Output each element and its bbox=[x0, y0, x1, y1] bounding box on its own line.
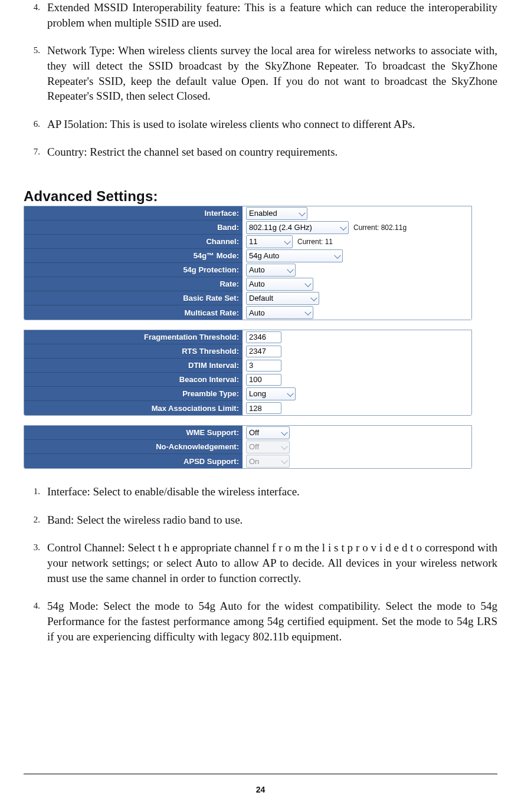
settings-value-cell bbox=[243, 330, 471, 345]
settings-value-cell: 11Current: 11 bbox=[243, 235, 471, 249]
list-item-text: Extended MSSID Interoperability feature:… bbox=[47, 1, 497, 29]
document-page: 4. Extended MSSID Interoperability featu… bbox=[0, 0, 521, 812]
settings-row: RTS Threshold: bbox=[24, 344, 471, 359]
settings-row: 54g Protection:Auto bbox=[24, 263, 471, 277]
text-input[interactable] bbox=[246, 374, 281, 386]
settings-row: Channel:11Current: 11 bbox=[24, 235, 471, 249]
select-dropdown[interactable]: Enabled bbox=[246, 207, 307, 220]
page-footer: 24 bbox=[24, 774, 497, 794]
settings-value-cell bbox=[243, 344, 471, 359]
settings-row: Multicast Rate:Auto bbox=[24, 305, 471, 320]
settings-value-cell: Auto bbox=[243, 263, 471, 278]
list-item-number: 5. bbox=[24, 44, 40, 56]
settings-row: WME Support:Off bbox=[24, 426, 471, 440]
list-item: 7. Country: Restrict the channel set bas… bbox=[24, 144, 497, 160]
advanced-settings-panel: Interface:EnabledBand:802.11g (2.4 GHz)C… bbox=[24, 206, 472, 469]
settings-label: Max Associations Limit: bbox=[24, 401, 243, 415]
list-item: 4. Extended MSSID Interoperability featu… bbox=[24, 0, 497, 30]
settings-row: Preamble Type:Long bbox=[24, 387, 471, 401]
settings-value-cell: 802.11g (2.4 GHz)Current: 802.11g bbox=[243, 221, 471, 235]
settings-label: Multicast Rate: bbox=[24, 305, 243, 320]
list-item-text: 54g Mode: Select the mode to 54g Auto fo… bbox=[47, 600, 497, 642]
settings-label: Interface: bbox=[24, 206, 243, 221]
select-dropdown: Off bbox=[246, 440, 290, 453]
settings-row: Max Associations Limit: bbox=[24, 401, 471, 415]
list-item-number: 6. bbox=[24, 118, 40, 130]
top-description-list: 4. Extended MSSID Interoperability featu… bbox=[24, 0, 497, 160]
settings-value-cell: On bbox=[243, 454, 471, 468]
settings-label: Fragmentation Threshold: bbox=[24, 330, 243, 344]
current-value-note: Current: 802.11g bbox=[353, 223, 407, 232]
settings-row: Basic Rate Set:Default bbox=[24, 291, 471, 305]
text-input[interactable] bbox=[246, 331, 281, 343]
text-input[interactable] bbox=[246, 402, 281, 414]
select-dropdown[interactable]: Default bbox=[246, 292, 319, 305]
settings-label: RTS Threshold: bbox=[24, 344, 243, 359]
settings-group-wme: WME Support:OffNo-Acknowledgement:OffAPS… bbox=[24, 425, 472, 469]
settings-row: DTIM Interval: bbox=[24, 359, 471, 373]
settings-row: Interface:Enabled bbox=[24, 206, 471, 221]
list-item-number: 7. bbox=[24, 146, 40, 157]
list-item-number: 2. bbox=[24, 514, 40, 525]
select-dropdown[interactable]: 802.11g (2.4 GHz) bbox=[246, 221, 349, 234]
list-item-number: 3. bbox=[24, 541, 40, 553]
settings-label: 54g Protection: bbox=[24, 263, 243, 277]
settings-label: APSD Support: bbox=[24, 454, 243, 468]
text-input[interactable] bbox=[246, 346, 281, 357]
select-dropdown[interactable]: Long bbox=[246, 387, 296, 400]
settings-value-cell: Auto bbox=[243, 277, 471, 292]
select-dropdown[interactable]: Auto bbox=[246, 264, 296, 277]
settings-row: No-Acknowledgement:Off bbox=[24, 440, 471, 454]
settings-group-radio: Interface:EnabledBand:802.11g (2.4 GHz)C… bbox=[24, 206, 472, 320]
list-item-number: 4. bbox=[24, 1, 40, 13]
select-dropdown[interactable]: Auto bbox=[246, 306, 313, 319]
settings-value-cell: Long bbox=[243, 387, 471, 402]
settings-value-cell: Enabled bbox=[243, 206, 471, 221]
settings-row: 54g™ Mode:54g Auto bbox=[24, 249, 471, 263]
list-item-number: 1. bbox=[24, 485, 40, 497]
settings-label: Basic Rate Set: bbox=[24, 291, 243, 305]
settings-row: Rate:Auto bbox=[24, 277, 471, 291]
list-item: 4. 54g Mode: Select the mode to 54g Auto… bbox=[24, 599, 497, 644]
settings-value-cell: Default bbox=[243, 291, 471, 306]
list-item-text: Interface: Select to enable/disable the … bbox=[47, 485, 300, 498]
list-item-text: Control Channel: Select t h e appropriat… bbox=[47, 541, 497, 584]
advanced-settings-heading: Advanced Settings: bbox=[24, 188, 497, 205]
list-item: 2. Band: Select the wireless radio band … bbox=[24, 512, 497, 528]
settings-row: Beacon Interval: bbox=[24, 373, 471, 387]
select-dropdown[interactable]: Auto bbox=[246, 278, 313, 291]
current-value-note: Current: 11 bbox=[297, 238, 333, 246]
settings-value-cell bbox=[243, 359, 471, 373]
settings-label: Preamble Type: bbox=[24, 387, 243, 401]
settings-label: Band: bbox=[24, 221, 243, 235]
settings-row: Band:802.11g (2.4 GHz)Current: 802.11g bbox=[24, 221, 471, 235]
settings-label: No-Acknowledgement: bbox=[24, 440, 243, 454]
settings-label: WME Support: bbox=[24, 426, 243, 440]
list-item: 3. Control Channel: Select t h e appropr… bbox=[24, 540, 497, 586]
settings-value-cell bbox=[243, 401, 471, 415]
settings-row: Fragmentation Threshold: bbox=[24, 330, 471, 344]
list-item: 6. AP I5olation: This is used to isolate… bbox=[24, 117, 497, 132]
list-item-text: AP I5olation: This is used to isolate wi… bbox=[47, 118, 415, 130]
select-dropdown: On bbox=[246, 455, 290, 468]
select-dropdown[interactable]: 54g Auto bbox=[246, 249, 343, 262]
settings-group-thresholds: Fragmentation Threshold:RTS Threshold:DT… bbox=[24, 330, 472, 416]
settings-value-cell bbox=[243, 373, 471, 387]
list-item-text: Band: Select the wireless radio band to … bbox=[47, 514, 243, 526]
text-input[interactable] bbox=[246, 360, 281, 372]
bottom-description-list: 1. Interface: Select to enable/disable t… bbox=[24, 484, 497, 644]
settings-value-cell: Off bbox=[243, 440, 471, 455]
settings-label: Beacon Interval: bbox=[24, 373, 243, 387]
select-dropdown[interactable]: Off bbox=[246, 426, 290, 439]
settings-label: DTIM Interval: bbox=[24, 359, 243, 373]
settings-value-cell: Off bbox=[243, 426, 471, 440]
list-item-text: Network Type: When wireless clients surv… bbox=[47, 44, 497, 102]
list-item-text: Country: Restrict the channel set based … bbox=[47, 146, 337, 158]
list-item-number: 4. bbox=[24, 600, 40, 612]
list-item: 5. Network Type: When wireless clients s… bbox=[24, 43, 497, 104]
settings-label: Rate: bbox=[24, 277, 243, 291]
select-dropdown[interactable]: 11 bbox=[246, 235, 293, 248]
settings-label: Channel: bbox=[24, 235, 243, 249]
settings-value-cell: Auto bbox=[243, 305, 471, 320]
settings-value-cell: 54g Auto bbox=[243, 249, 471, 264]
